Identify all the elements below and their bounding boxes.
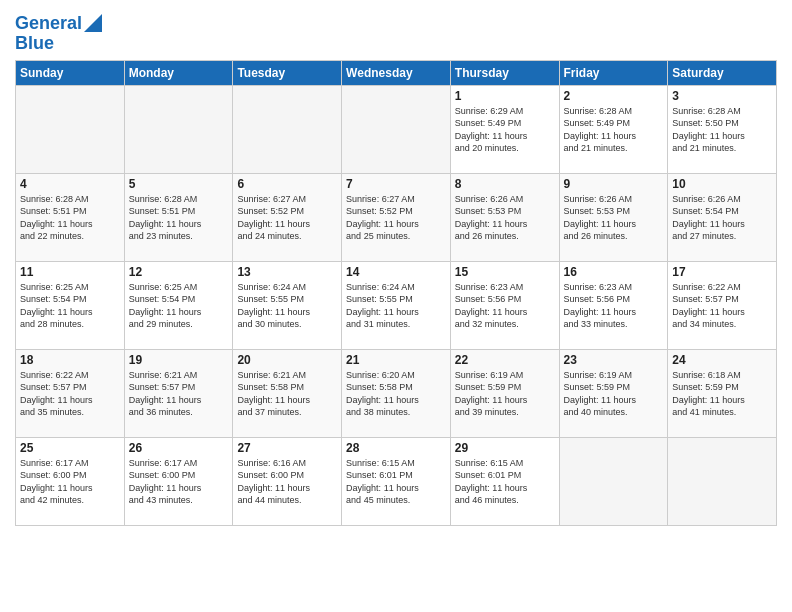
day-number: 1 [455,89,555,103]
calendar-cell: 9Sunrise: 6:26 AM Sunset: 5:53 PM Daylig… [559,173,668,261]
calendar-cell [342,85,451,173]
header-cell-friday: Friday [559,60,668,85]
day-info: Sunrise: 6:17 AM Sunset: 6:00 PM Dayligh… [20,457,120,507]
header-row: SundayMondayTuesdayWednesdayThursdayFrid… [16,60,777,85]
day-number: 26 [129,441,229,455]
day-number: 4 [20,177,120,191]
day-info: Sunrise: 6:22 AM Sunset: 5:57 PM Dayligh… [20,369,120,419]
calendar-cell: 6Sunrise: 6:27 AM Sunset: 5:52 PM Daylig… [233,173,342,261]
header: General Blue [15,10,777,54]
calendar-cell: 12Sunrise: 6:25 AM Sunset: 5:54 PM Dayli… [124,261,233,349]
day-info: Sunrise: 6:18 AM Sunset: 5:59 PM Dayligh… [672,369,772,419]
calendar-cell: 20Sunrise: 6:21 AM Sunset: 5:58 PM Dayli… [233,349,342,437]
header-cell-thursday: Thursday [450,60,559,85]
day-number: 10 [672,177,772,191]
calendar-cell: 11Sunrise: 6:25 AM Sunset: 5:54 PM Dayli… [16,261,125,349]
day-info: Sunrise: 6:21 AM Sunset: 5:57 PM Dayligh… [129,369,229,419]
day-number: 6 [237,177,337,191]
day-info: Sunrise: 6:23 AM Sunset: 5:56 PM Dayligh… [564,281,664,331]
day-number: 19 [129,353,229,367]
day-info: Sunrise: 6:28 AM Sunset: 5:51 PM Dayligh… [129,193,229,243]
day-number: 17 [672,265,772,279]
day-info: Sunrise: 6:21 AM Sunset: 5:58 PM Dayligh… [237,369,337,419]
day-info: Sunrise: 6:15 AM Sunset: 6:01 PM Dayligh… [455,457,555,507]
day-info: Sunrise: 6:15 AM Sunset: 6:01 PM Dayligh… [346,457,446,507]
day-number: 2 [564,89,664,103]
day-number: 5 [129,177,229,191]
day-number: 7 [346,177,446,191]
header-cell-saturday: Saturday [668,60,777,85]
day-number: 20 [237,353,337,367]
calendar-cell: 4Sunrise: 6:28 AM Sunset: 5:51 PM Daylig… [16,173,125,261]
day-info: Sunrise: 6:26 AM Sunset: 5:54 PM Dayligh… [672,193,772,243]
day-number: 16 [564,265,664,279]
calendar-cell [559,437,668,525]
day-info: Sunrise: 6:25 AM Sunset: 5:54 PM Dayligh… [129,281,229,331]
week-row-2: 11Sunrise: 6:25 AM Sunset: 5:54 PM Dayli… [16,261,777,349]
calendar-cell: 7Sunrise: 6:27 AM Sunset: 5:52 PM Daylig… [342,173,451,261]
calendar-cell: 16Sunrise: 6:23 AM Sunset: 5:56 PM Dayli… [559,261,668,349]
day-number: 3 [672,89,772,103]
calendar-cell: 2Sunrise: 6:28 AM Sunset: 5:49 PM Daylig… [559,85,668,173]
calendar-cell: 19Sunrise: 6:21 AM Sunset: 5:57 PM Dayli… [124,349,233,437]
day-info: Sunrise: 6:24 AM Sunset: 5:55 PM Dayligh… [237,281,337,331]
calendar-cell: 24Sunrise: 6:18 AM Sunset: 5:59 PM Dayli… [668,349,777,437]
logo: General Blue [15,14,102,54]
calendar-cell: 3Sunrise: 6:28 AM Sunset: 5:50 PM Daylig… [668,85,777,173]
day-info: Sunrise: 6:19 AM Sunset: 5:59 PM Dayligh… [455,369,555,419]
day-number: 22 [455,353,555,367]
calendar-cell: 29Sunrise: 6:15 AM Sunset: 6:01 PM Dayli… [450,437,559,525]
day-info: Sunrise: 6:22 AM Sunset: 5:57 PM Dayligh… [672,281,772,331]
day-info: Sunrise: 6:28 AM Sunset: 5:51 PM Dayligh… [20,193,120,243]
day-number: 15 [455,265,555,279]
header-cell-tuesday: Tuesday [233,60,342,85]
header-cell-wednesday: Wednesday [342,60,451,85]
day-info: Sunrise: 6:17 AM Sunset: 6:00 PM Dayligh… [129,457,229,507]
day-info: Sunrise: 6:28 AM Sunset: 5:50 PM Dayligh… [672,105,772,155]
calendar-table: SundayMondayTuesdayWednesdayThursdayFrid… [15,60,777,526]
day-info: Sunrise: 6:29 AM Sunset: 5:49 PM Dayligh… [455,105,555,155]
logo-text-line1: General [15,14,82,34]
day-number: 8 [455,177,555,191]
day-number: 13 [237,265,337,279]
day-number: 25 [20,441,120,455]
day-number: 28 [346,441,446,455]
calendar-cell [124,85,233,173]
day-info: Sunrise: 6:25 AM Sunset: 5:54 PM Dayligh… [20,281,120,331]
day-number: 21 [346,353,446,367]
calendar-cell: 25Sunrise: 6:17 AM Sunset: 6:00 PM Dayli… [16,437,125,525]
day-info: Sunrise: 6:26 AM Sunset: 5:53 PM Dayligh… [564,193,664,243]
calendar-cell: 28Sunrise: 6:15 AM Sunset: 6:01 PM Dayli… [342,437,451,525]
calendar-cell: 22Sunrise: 6:19 AM Sunset: 5:59 PM Dayli… [450,349,559,437]
day-info: Sunrise: 6:27 AM Sunset: 5:52 PM Dayligh… [237,193,337,243]
calendar-cell [668,437,777,525]
day-info: Sunrise: 6:23 AM Sunset: 5:56 PM Dayligh… [455,281,555,331]
calendar-cell [16,85,125,173]
page-container: General Blue SundayMondayTuesdayWednesda… [0,0,792,536]
day-number: 18 [20,353,120,367]
day-info: Sunrise: 6:27 AM Sunset: 5:52 PM Dayligh… [346,193,446,243]
calendar-cell: 18Sunrise: 6:22 AM Sunset: 5:57 PM Dayli… [16,349,125,437]
day-number: 12 [129,265,229,279]
day-info: Sunrise: 6:20 AM Sunset: 5:58 PM Dayligh… [346,369,446,419]
header-cell-sunday: Sunday [16,60,125,85]
calendar-cell: 21Sunrise: 6:20 AM Sunset: 5:58 PM Dayli… [342,349,451,437]
day-number: 27 [237,441,337,455]
calendar-cell: 10Sunrise: 6:26 AM Sunset: 5:54 PM Dayli… [668,173,777,261]
calendar-cell: 14Sunrise: 6:24 AM Sunset: 5:55 PM Dayli… [342,261,451,349]
day-number: 14 [346,265,446,279]
day-info: Sunrise: 6:16 AM Sunset: 6:00 PM Dayligh… [237,457,337,507]
day-number: 11 [20,265,120,279]
calendar-cell [233,85,342,173]
calendar-cell: 13Sunrise: 6:24 AM Sunset: 5:55 PM Dayli… [233,261,342,349]
logo-text-line2: Blue [15,33,54,53]
day-number: 9 [564,177,664,191]
day-number: 29 [455,441,555,455]
day-info: Sunrise: 6:28 AM Sunset: 5:49 PM Dayligh… [564,105,664,155]
calendar-cell: 23Sunrise: 6:19 AM Sunset: 5:59 PM Dayli… [559,349,668,437]
week-row-4: 25Sunrise: 6:17 AM Sunset: 6:00 PM Dayli… [16,437,777,525]
day-number: 24 [672,353,772,367]
week-row-3: 18Sunrise: 6:22 AM Sunset: 5:57 PM Dayli… [16,349,777,437]
calendar-cell: 26Sunrise: 6:17 AM Sunset: 6:00 PM Dayli… [124,437,233,525]
week-row-1: 4Sunrise: 6:28 AM Sunset: 5:51 PM Daylig… [16,173,777,261]
